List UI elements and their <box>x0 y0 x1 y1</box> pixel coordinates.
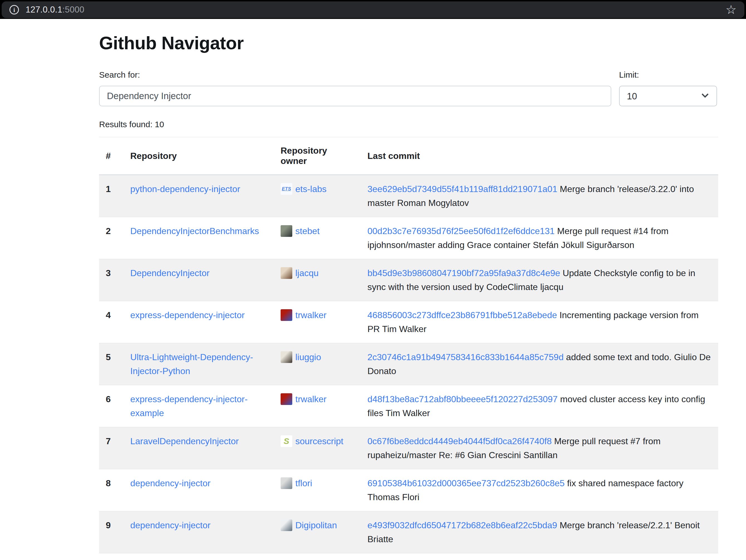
owner-link[interactable]: trwalker <box>295 310 326 320</box>
owner-cell: Ssourcescript <box>274 427 361 469</box>
commit-hash-link[interactable]: d48f13be8ac712abf80bbeeee5f120227d253097 <box>367 394 557 404</box>
search-form: Search for: Limit: 10 <box>99 70 718 106</box>
commit-hash-link[interactable]: e493f9032dfcd65047172b682e8b6eaf22c5bda9 <box>367 520 557 530</box>
commit-cell: 2c30746c1a91b4947583416c833b1644a85c759d… <box>361 343 718 385</box>
row-number: 8 <box>99 469 123 511</box>
repo-link[interactable]: express-dependency-injector <box>130 310 245 320</box>
owner-link[interactable]: sourcescript <box>295 436 344 446</box>
url-host: 127.0.0.1 <box>26 5 62 14</box>
row-number: 3 <box>99 259 123 301</box>
commit-cell: 69105384b61032d000365ee737cd2523b260c8e5… <box>361 469 718 511</box>
row-number: 9 <box>99 511 123 553</box>
page-title: Github Navigator <box>99 32 718 54</box>
row-number: 5 <box>99 343 123 385</box>
column-header-last-commit: Last commit <box>361 137 718 175</box>
table-row: 3 DependencyInjector ljacqu bb45d9e3b986… <box>99 259 718 301</box>
owner-avatar[interactable] <box>281 351 292 363</box>
table-row: 10 dependency-injector FinnWinchester 02… <box>99 553 718 560</box>
commit-hash-link[interactable]: 2c30746c1a91b4947583416c833b1644a85c759d <box>367 352 564 362</box>
row-number: 6 <box>99 385 123 427</box>
commit-hash-link[interactable]: 3ee629eb5d7349d55f41b119aff81dd219071a01 <box>367 184 557 194</box>
table-header-row: # Repository Repository owner Last commi… <box>99 137 718 175</box>
repo-link[interactable]: express-dependency-injector-example <box>130 394 248 418</box>
commit-cell: bb45d9e3b98608047190bf72a95fa9a37d8c4e9e… <box>361 259 718 301</box>
owner-avatar[interactable] <box>281 477 292 489</box>
repo-link[interactable]: dependency-injector <box>130 478 210 488</box>
row-number: 10 <box>99 553 123 560</box>
results-table: # Repository Repository owner Last commi… <box>99 137 718 560</box>
commit-cell: 0c67f6be8eddcd4449eb4044f5df0ca26f4740f8… <box>361 427 718 469</box>
table-row: 7 LaravelDependencyInjector Ssourcescrip… <box>99 427 718 469</box>
commit-hash-link[interactable]: 0c67f6be8eddcd4449eb4044f5df0ca26f4740f8 <box>367 436 552 446</box>
commit-hash-link[interactable]: 468856003c273dffce23b86791fbbe512a8ebede <box>367 310 557 320</box>
address-bar[interactable]: i 127.0.0.1:5000 ☆ <box>2 1 744 18</box>
limit-label: Limit: <box>619 70 717 80</box>
repo-link[interactable]: DependencyInjectorBenchmarks <box>130 226 259 236</box>
commit-hash-link[interactable]: 69105384b61032d000365ee737cd2523b260c8e5 <box>367 478 565 488</box>
search-label: Search for: <box>99 70 611 80</box>
column-header-number: # <box>99 137 123 175</box>
table-row: 4 express-dependency-injector trwalker 4… <box>99 301 718 343</box>
repo-link[interactable]: python-dependency-injector <box>130 184 240 194</box>
table-row: 2 DependencyInjectorBenchmarks stebet 00… <box>99 217 718 259</box>
owner-link[interactable]: ets-labs <box>295 184 326 194</box>
commit-cell: 00d2b3c7e76935d76f25ee50f6d1f2ef6ddce131… <box>361 217 718 259</box>
row-number: 1 <box>99 175 123 217</box>
owner-avatar[interactable]: S <box>281 435 292 447</box>
repo-cell: express-dependency-injector <box>123 301 274 343</box>
limit-select[interactable]: 10 <box>619 86 717 106</box>
owner-link[interactable]: tflori <box>295 478 312 488</box>
owner-avatar[interactable] <box>281 225 292 237</box>
table-row: 6 express-dependency-injector-example tr… <box>99 385 718 427</box>
results-table-body: 1 python-dependency-injector ETSets-labs… <box>99 175 718 560</box>
column-header-repository: Repository <box>123 137 274 175</box>
page-content: Github Navigator Search for: Limit: 10 R… <box>0 32 746 560</box>
repo-cell: DependencyInjector <box>123 259 274 301</box>
table-row: 1 python-dependency-injector ETSets-labs… <box>99 175 718 217</box>
owner-link[interactable]: liuggio <box>295 352 321 362</box>
repo-link[interactable]: DependencyInjector <box>130 268 210 278</box>
commit-hash-link[interactable]: 00d2b3c7e76935d76f25ee50f6d1f2ef6ddce131 <box>367 226 555 236</box>
owner-cell: ETSets-labs <box>274 175 361 217</box>
site-info-icon[interactable]: i <box>9 5 19 14</box>
owner-link[interactable]: ljacqu <box>295 268 319 278</box>
table-row: 8 dependency-injector tflori 69105384b61… <box>99 469 718 511</box>
owner-cell: Digipolitan <box>274 511 361 553</box>
repo-link[interactable]: LaravelDependencyInjector <box>130 436 239 446</box>
owner-avatar[interactable] <box>281 267 292 279</box>
commit-cell: e493f9032dfcd65047172b682e8b6eaf22c5bda9… <box>361 511 718 553</box>
url-text[interactable]: 127.0.0.1:5000 <box>26 5 84 15</box>
column-header-owner: Repository owner <box>274 137 361 175</box>
owner-cell: ljacqu <box>274 259 361 301</box>
repo-cell: Ultra-Lightweight-Dependency-Injector-Py… <box>123 343 274 385</box>
search-input[interactable] <box>99 86 611 106</box>
repo-cell: dependency-injector <box>123 511 274 553</box>
results-summary: Results found: 10 <box>99 120 718 129</box>
repo-cell: express-dependency-injector-example <box>123 385 274 427</box>
row-number: 7 <box>99 427 123 469</box>
browser-chrome: i 127.0.0.1:5000 ☆ <box>0 0 746 19</box>
owner-avatar[interactable]: ETS <box>281 183 292 195</box>
owner-cell: FinnWinchester <box>274 553 361 560</box>
owner-cell: stebet <box>274 217 361 259</box>
owner-avatar[interactable] <box>281 393 292 405</box>
owner-avatar[interactable] <box>281 309 292 321</box>
repo-link[interactable]: dependency-injector <box>130 520 210 530</box>
owner-link[interactable]: Digipolitan <box>295 520 337 530</box>
owner-cell: tflori <box>274 469 361 511</box>
owner-cell: liuggio <box>274 343 361 385</box>
commit-hash-link[interactable]: bb45d9e3b98608047190bf72a95fa9a37d8c4e9e <box>367 268 560 278</box>
url-port: :5000 <box>62 5 84 14</box>
bookmark-star-icon[interactable]: ☆ <box>726 4 737 16</box>
repo-cell: dependency-injector <box>123 469 274 511</box>
owner-cell: trwalker <box>274 301 361 343</box>
repo-cell: dependency-injector <box>123 553 274 560</box>
repo-cell: DependencyInjectorBenchmarks <box>123 217 274 259</box>
row-number: 2 <box>99 217 123 259</box>
owner-link[interactable]: stebet <box>295 226 320 236</box>
repo-link[interactable]: Ultra-Lightweight-Dependency-Injector-Py… <box>130 352 253 376</box>
owner-link[interactable]: trwalker <box>295 394 326 404</box>
table-row: 9 dependency-injector Digipolitan e493f9… <box>99 511 718 553</box>
commit-cell: 3ee629eb5d7349d55f41b119aff81dd219071a01… <box>361 175 718 217</box>
owner-avatar[interactable] <box>281 519 292 531</box>
